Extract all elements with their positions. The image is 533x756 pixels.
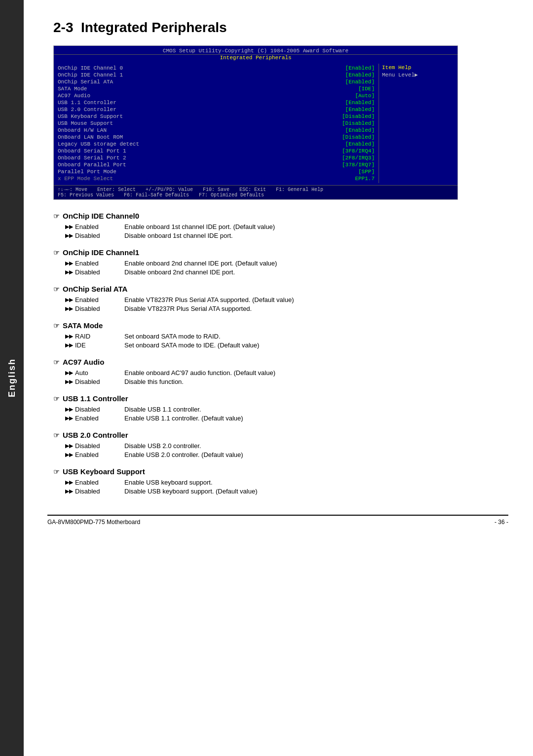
- section-heading-sata-mode: ☞SATA Mode: [53, 321, 508, 330]
- option-name: Disabled: [75, 268, 124, 276]
- bios-item-name: USB Keyboard Support: [58, 113, 338, 119]
- bios-item-name: OnChip IDE Channel 1: [58, 72, 342, 78]
- option-row: ▶▶ Enabled Enable onboard 2nd channel ID…: [53, 260, 508, 267]
- section-heading-text: USB 1.1 Controller: [63, 394, 128, 403]
- option-name: Disabled: [75, 378, 124, 385]
- bios-row[interactable]: USB 2.0 Controller[Enabled]: [58, 106, 375, 113]
- option-desc: Enable USB keyboard support.: [124, 479, 508, 486]
- bios-item-name: AC97 Audio: [58, 93, 351, 99]
- section-heading-usb-keyboard-support: ☞USB Keyboard Support: [53, 467, 508, 476]
- arrow-icon: ☞: [53, 285, 60, 293]
- option-bullet: ▶▶: [65, 224, 73, 230]
- arrow-icon: ☞: [53, 395, 60, 403]
- option-row: ▶▶ Enabled Enable USB 2.0 controller. (D…: [53, 451, 508, 458]
- option-name: IDE: [75, 341, 124, 349]
- sidebar: English: [0, 0, 24, 756]
- option-row: ▶▶ IDE Set onboard SATA mode to IDE. (De…: [53, 341, 508, 349]
- option-bullet: ▶▶: [65, 297, 73, 303]
- bios-row[interactable]: USB Mouse Support[Disabled]: [58, 120, 375, 127]
- option-desc: Disable VT8237R Plus Serial ATA supporte…: [124, 305, 508, 312]
- option-name: Auto: [75, 369, 124, 377]
- section-heading-text: OnChip Serial ATA: [63, 285, 127, 293]
- bios-footer-item: Enter: Select: [97, 187, 136, 192]
- option-row: ▶▶ Disabled Disable this function.: [53, 378, 508, 385]
- option-row: ▶▶ Disabled Disable USB 2.0 controller.: [53, 442, 508, 450]
- footer-left: GA-8VM800PMD-775 Motherboard: [47, 519, 140, 526]
- option-bullet: ▶▶: [65, 378, 73, 385]
- option-row: ▶▶ Disabled Disable USB 1.1 controller.: [53, 406, 508, 413]
- bios-item-name: USB Mouse Support: [58, 120, 338, 126]
- bios-item-name: OnChip Serial ATA: [58, 79, 342, 85]
- bios-row[interactable]: x EPP Mode SelectEPP1.7: [58, 175, 375, 182]
- bios-item-value: [Enabled]: [345, 65, 375, 71]
- bios-row[interactable]: Parallel Port Mode[SPP]: [58, 168, 375, 175]
- bios-item-value: [Enabled]: [345, 79, 375, 85]
- bios-row[interactable]: OnChip IDE Channel 1[Enabled]: [58, 72, 375, 78]
- item-help-value: Menu Level▶: [382, 72, 455, 78]
- bios-footer-item: ↑↓→←: Move: [58, 187, 87, 192]
- bios-item-name: SATA Mode: [58, 86, 354, 92]
- option-row: ▶▶ Disabled Disable onboard 1st channel …: [53, 232, 508, 239]
- bios-row[interactable]: Onboard H/W LAN[Enabled]: [58, 127, 375, 134]
- main-content: 2-3 Integrated Peripherals CMOS Setup Ut…: [24, 0, 533, 545]
- bios-item-value: [Disabled]: [342, 120, 375, 126]
- bios-footer-item: F1: General Help: [276, 187, 323, 192]
- option-name: Disabled: [75, 488, 124, 495]
- bios-item-name: x EPP Mode Select: [58, 176, 351, 182]
- section-heading-ac97-audio: ☞AC97 Audio: [53, 358, 508, 366]
- option-desc: Enable VT8237R Plus Serial ATA supported…: [124, 296, 508, 303]
- bios-rows-container: OnChip IDE Channel 0[Enabled]OnChip IDE …: [54, 64, 379, 183]
- arrow-icon: ☞: [53, 322, 60, 330]
- bios-item-name: USB 1.1 Controller: [58, 100, 342, 106]
- section-heading-text: USB Keyboard Support: [63, 467, 145, 476]
- option-bullet: ▶▶: [65, 443, 73, 450]
- bios-row[interactable]: Legacy USB storage detect[Enabled]: [58, 141, 375, 148]
- bios-header-line1: CMOS Setup Utility-Copyright (C) 1984-20…: [55, 48, 457, 54]
- option-desc: Disable USB 2.0 controller.: [124, 442, 508, 450]
- page-footer: GA-8VM800PMD-775 Motherboard - 36 -: [47, 515, 508, 526]
- bios-item-help: Item Help Menu Level▶: [379, 64, 457, 183]
- option-bullet: ▶▶: [65, 269, 73, 276]
- bios-footer-row1: ↑↓→←: MoveEnter: Select+/-/PU/PD: ValueF…: [58, 187, 454, 192]
- option-row: ▶▶ Enabled Enable onboard 1st channel ID…: [53, 223, 508, 230]
- page-title-text: Integrated Peripherals: [81, 20, 227, 35]
- option-bullet: ▶▶: [65, 333, 73, 340]
- bios-row[interactable]: OnBoard LAN Boot ROM[Disabled]: [58, 134, 375, 141]
- option-row: ▶▶ Disabled Disable USB keyboard support…: [53, 488, 508, 495]
- bios-row[interactable]: USB 1.1 Controller[Enabled]: [58, 99, 375, 106]
- bios-footer-item: F10: Save: [203, 187, 229, 192]
- option-name: Disabled: [75, 232, 124, 239]
- option-desc: Enable onboard AC'97 audio function. (De…: [124, 369, 508, 377]
- section-heading-text: OnChip IDE Channel0: [63, 212, 139, 220]
- bios-item-value: [Enabled]: [345, 127, 375, 133]
- section-heading-text: OnChip IDE Channel1: [63, 248, 139, 257]
- option-bullet: ▶▶: [65, 370, 73, 377]
- bios-footer-item: F6: Fail-Safe Defaults: [124, 192, 189, 198]
- option-row: ▶▶ Auto Enable onboard AC'97 audio funct…: [53, 369, 508, 377]
- option-bullet: ▶▶: [65, 488, 73, 495]
- bios-row[interactable]: USB Keyboard Support[Disabled]: [58, 113, 375, 120]
- bios-row[interactable]: Onboard Serial Port 2[2F8/IRQ3]: [58, 154, 375, 161]
- option-name: Disabled: [75, 406, 124, 413]
- bios-item-name: Onboard Serial Port 1: [58, 148, 338, 154]
- bios-footer-item: +/-/PU/PD: Value: [146, 187, 193, 192]
- section-heading-text: AC97 Audio: [63, 358, 104, 366]
- bios-footer-item: F7: Optimized Defaults: [199, 192, 264, 198]
- bios-row[interactable]: Onboard Parallel Port[378/IRQ7]: [58, 161, 375, 168]
- bios-footer-row2: F5: Previous ValuesF6: Fail-Safe Default…: [58, 192, 454, 198]
- bios-row[interactable]: Onboard Serial Port 1[3F8/IRQ4]: [58, 148, 375, 154]
- option-name: Enabled: [75, 479, 124, 486]
- arrow-icon: ☞: [53, 468, 60, 476]
- bios-body: OnChip IDE Channel 0[Enabled]OnChip IDE …: [54, 62, 457, 185]
- section-heading-text: USB 2.0 Controller: [63, 431, 128, 439]
- bios-row[interactable]: AC97 Audio[Auto]: [58, 92, 375, 99]
- page-title-number: 2-3: [53, 20, 73, 35]
- option-bullet: ▶▶: [65, 479, 73, 486]
- bios-row[interactable]: OnChip IDE Channel 0[Enabled]: [58, 65, 375, 72]
- option-desc: Set onboard SATA mode to RAID.: [124, 333, 508, 340]
- option-desc: Enable onboard 1st channel IDE port. (De…: [124, 223, 508, 230]
- bios-row[interactable]: OnChip Serial ATA[Enabled]: [58, 78, 375, 85]
- bios-row[interactable]: SATA Mode[IDE]: [58, 85, 375, 92]
- bios-item-value: [SPP]: [358, 169, 375, 175]
- option-desc: Disable onboard 2nd channel IDE port.: [124, 268, 508, 276]
